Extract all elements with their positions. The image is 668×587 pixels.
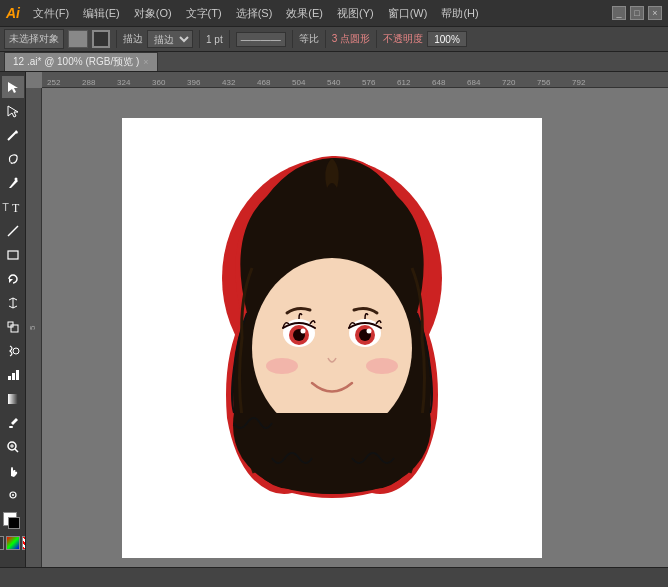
sep6 [376,30,377,48]
minimize-button[interactable]: _ [612,6,626,20]
magic-wand-tool-btn[interactable] [2,124,24,146]
svg-line-2 [8,132,16,140]
ruler-mark: 648 [432,78,445,87]
svg-point-32 [367,329,372,334]
hand-tool-btn[interactable] [2,460,24,482]
maximize-button[interactable]: □ [630,6,644,20]
svg-marker-8 [9,279,13,283]
document-tab[interactable]: 12 .ai* @ 100% (RGB/预览 ) × [4,52,158,71]
stroke-swatch[interactable] [92,30,110,48]
svg-rect-13 [12,373,15,380]
ruler-mark: 360 [152,78,165,87]
menu-help[interactable]: 帮助(H) [436,4,483,23]
rotate-tool-btn[interactable] [2,268,24,290]
ruler-mark: 576 [362,78,375,87]
ruler-mark: 684 [467,78,480,87]
canvas-background[interactable] [42,88,668,567]
stroke-line: ———— [236,32,286,47]
ruler-mark: 288 [82,78,95,87]
svg-rect-16 [9,426,13,428]
main-area: T T [0,72,668,567]
eyedropper-tool-btn[interactable] [2,412,24,434]
ruler-mark: 540 [327,78,340,87]
ruler-mark: 432 [222,78,235,87]
gradient-swatch[interactable] [6,536,20,550]
camera-tool-btn[interactable] [2,484,24,506]
scale-tool-btn[interactable] [2,316,24,338]
menu-file[interactable]: 文件(F) [28,4,74,23]
stroke-select[interactable]: 描边 [147,30,193,48]
menu-window[interactable]: 窗口(W) [383,4,433,23]
svg-point-33 [266,358,298,374]
fill-swatch[interactable] [68,30,88,48]
svg-point-34 [366,358,398,374]
ruler-mark: 792 [572,78,585,87]
graph-tool-btn[interactable] [2,364,24,386]
ruler-mark: 720 [502,78,515,87]
menu-object[interactable]: 对象(O) [129,4,177,23]
close-button[interactable]: × [648,6,662,20]
sep3 [229,30,230,48]
svg-rect-12 [8,376,11,380]
sep4 [292,30,293,48]
horizontal-ruler: 252 288 324 360 396 432 468 504 540 576 … [42,72,668,88]
fg-bg-swatches[interactable] [3,512,23,532]
tab-close-button[interactable]: × [143,57,148,67]
selection-label: 未选择对象 [4,29,64,49]
vertical-ruler: 0 0.5 1 1.5 2 2.5 3 3.5 4 4.5 5 [26,88,42,567]
canvas-area: 0 0.5 1 1.5 2 2.5 3 3.5 4 4.5 5 [26,88,668,567]
direct-selection-tool-btn[interactable] [2,100,24,122]
ruler-mark: 504 [292,78,305,87]
v-ruler-mark: 5 [28,325,37,329]
ruler-mark: 756 [537,78,550,87]
warp-tool-btn[interactable] [2,340,24,362]
svg-rect-14 [16,370,19,380]
line-tool-btn[interactable] [2,220,24,242]
menu-view[interactable]: 视图(Y) [332,4,379,23]
tab-bar: 12 .ai* @ 100% (RGB/预览 ) × [0,52,668,72]
options-bar: 未选择对象 描边 描边 1 pt ———— 等比 3 点圆形 不透明度 [0,26,668,52]
zoom-tool-btn[interactable] [2,436,24,458]
svg-line-6 [8,226,18,236]
ruler-mark: 612 [397,78,410,87]
svg-rect-15 [8,394,18,404]
svg-marker-1 [8,106,18,117]
pen-tool-btn[interactable] [2,172,24,194]
mirror-tool-btn[interactable] [2,292,24,314]
svg-point-4 [14,178,17,181]
rectangle-tool-btn[interactable] [2,244,24,266]
canvas-wrapper: 252 288 324 360 396 432 468 504 540 576 … [26,72,668,567]
menu-edit[interactable]: 编辑(E) [78,4,125,23]
svg-point-11 [13,348,19,354]
menu-select[interactable]: 选择(S) [231,4,278,23]
ratio-label: 等比 [299,32,319,46]
sep2 [199,30,200,48]
menu-effect[interactable]: 效果(E) [281,4,328,23]
fill-none-icon[interactable] [0,536,4,550]
ruler-mark: 468 [257,78,270,87]
ruler-mark: 324 [117,78,130,87]
lasso-tool-btn[interactable] [2,148,24,170]
svg-text:T: T [12,201,20,214]
gradient-tool-btn[interactable] [2,388,24,410]
opacity-label: 不透明度 [383,32,423,46]
tab-label: 12 .ai* @ 100% (RGB/预览 ) [13,55,139,69]
menu-type[interactable]: 文字(T) [181,4,227,23]
artboard [122,118,542,558]
stroke-label: 描边 [123,32,143,46]
svg-rect-9 [11,325,18,332]
svg-point-24 [252,258,412,438]
sep1 [116,30,117,48]
selection-tool-btn[interactable] [2,76,24,98]
ruler-mark: 252 [47,78,60,87]
dots-label: 3 点圆形 [332,32,370,46]
menu-bar: 文件(F) 编辑(E) 对象(O) 文字(T) 选择(S) 效果(E) 视图(Y… [28,4,484,23]
sep5 [325,30,326,48]
ruler-mark: 396 [187,78,200,87]
opacity-input[interactable] [427,31,467,47]
svg-rect-7 [8,251,18,259]
type-tool-btn[interactable]: T T [2,196,24,218]
svg-point-28 [301,329,306,334]
app-logo: Ai [6,5,20,21]
background-swatch[interactable] [8,517,20,529]
